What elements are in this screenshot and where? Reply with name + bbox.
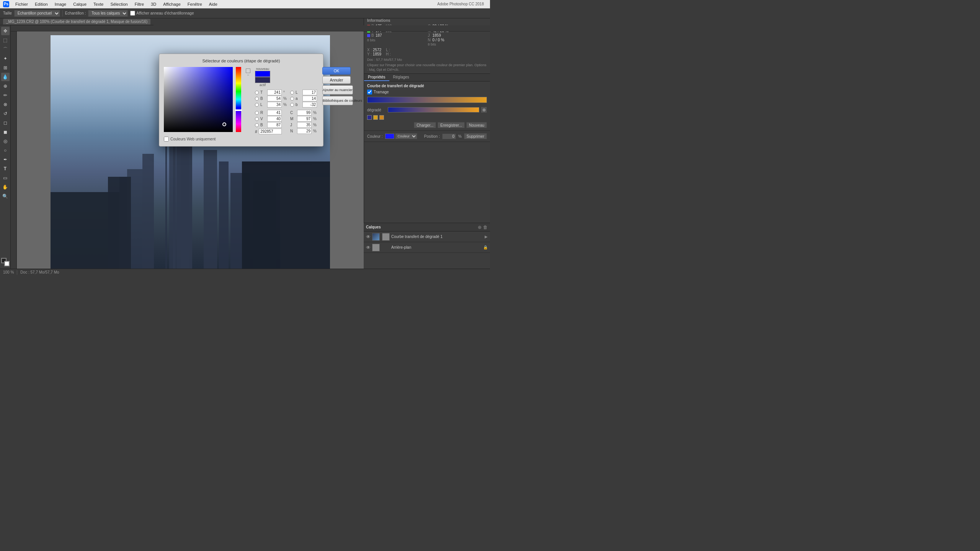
clone-tool[interactable]: ⊗ [1,100,10,109]
b-input[interactable] [267,96,282,101]
enregistrer-btn[interactable]: Enregistrer... [438,122,465,128]
hsb-l-radio[interactable] [255,103,259,107]
r-input[interactable] [267,110,282,116]
color-stop-darkorange[interactable] [379,115,384,120]
layer-eye-gradient[interactable]: 👁 [366,234,371,240]
pen-tool[interactable]: ✒ [1,155,10,164]
info-x: 2572 [373,48,381,52]
t-unit: ° [283,90,288,95]
show-ring-label[interactable]: Afficher anneau d'échantillonnage [130,11,194,16]
tramage-checkbox[interactable] [367,90,372,95]
hue-slider[interactable] [236,67,241,132]
charger-btn[interactable]: Charger... [414,122,436,128]
zoom-tool[interactable]: 🔍 [1,192,10,201]
menu-3d[interactable]: 3D [148,1,159,7]
cp-ok-button[interactable]: OK [322,67,351,75]
show-ring-checkbox[interactable] [130,11,135,16]
layer-arrow-icon[interactable]: ▶ [485,235,488,239]
layer-eye-background[interactable]: 👁 [366,245,371,250]
heal-tool[interactable]: ⊕ [1,82,10,90]
hsb-b-radio[interactable] [255,97,259,101]
v-input[interactable] [267,116,282,122]
a-label: a [296,96,301,101]
document-tab[interactable]: _MG_1239.CR2 @ 100% (Courbe de transfert… [3,19,150,24]
cp-ajouter-button[interactable]: Ajouter au nuancier [322,85,353,95]
actif-swatch-label: actif [255,83,270,87]
brush-tool[interactable]: ✏ [1,91,10,99]
magic-wand-tool[interactable]: ✦ [1,54,10,63]
selection-tool[interactable]: ⬚ [1,36,10,44]
position-input[interactable] [442,134,456,139]
cp-biblio-button[interactable]: Bibliothèques de couleurs [322,96,353,105]
history-brush[interactable]: ↺ [1,109,10,118]
lab-b3-radio[interactable] [290,103,294,107]
color-saturation-area[interactable] [164,67,233,132]
web-only-checkbox[interactable] [164,137,169,142]
color-stop-orange[interactable] [373,115,378,120]
menu-aide[interactable]: Aide [206,1,220,7]
supprimer-btn[interactable]: Supprimer [464,133,487,139]
L-input[interactable] [302,90,317,95]
l-label: L [260,103,266,107]
delete-layer-icon[interactable]: 🗑 [483,225,488,230]
menu-filtre[interactable]: Filtre [132,1,147,7]
tab-reglages[interactable]: Réglages [389,74,413,81]
add-layer-icon[interactable]: ⊕ [478,225,482,230]
rgb-v-radio[interactable] [255,117,259,121]
menu-fichier[interactable]: Fichier [12,1,31,7]
menu-selection[interactable]: Sélection [107,1,131,7]
v-label: V [260,117,266,121]
dodge-tool[interactable]: ○ [1,146,10,155]
l-input[interactable] [267,102,282,108]
b2-input[interactable] [267,122,282,128]
b3-input[interactable] [302,102,317,108]
layer-row-gradient[interactable]: 👁 Courbe transfert de dégradé 1 ▶ [364,231,490,242]
menu-calque[interactable]: Calque [70,1,90,7]
menu-texte[interactable]: Texte [90,1,106,7]
status-doc-info: Doc : 57,7 Mo/57,7 Mo [20,270,59,274]
gradient-name-label: dégradé [367,108,386,112]
n-input[interactable] [297,128,312,134]
lab-L-radio[interactable] [290,91,294,95]
sample-size-select[interactable]: Echantillon ponctuel [14,10,60,17]
text-tool[interactable]: T [1,165,10,173]
hsb-t-radio[interactable] [255,91,259,95]
sample-layers-select[interactable]: Tous les calques [88,10,128,17]
menu-affichage[interactable]: Affichage [160,1,184,7]
c-input[interactable] [297,110,312,116]
gradient-tool[interactable]: ◼ [1,128,10,136]
m-input[interactable] [297,116,312,122]
color-stop-swatch[interactable] [385,134,394,139]
rgb-r-radio[interactable] [255,111,259,115]
nouveau-btn[interactable]: Nouveau [466,122,487,128]
menu-image[interactable]: Image [52,1,70,7]
menu-fenetre[interactable]: Fenêtre [185,1,205,7]
lab-a-radio[interactable] [290,97,294,101]
hex-input[interactable] [259,129,282,134]
eyedropper-tool[interactable]: 💧 [1,73,10,81]
gradient-bar[interactable] [367,97,487,103]
blur-tool[interactable]: ◎ [1,137,10,145]
layer-name-background: Arrière-plan [391,245,411,249]
color-stop-controls: Couleur : Couleur Position : % Supprimer [364,131,490,142]
t-input[interactable] [267,90,282,95]
menu-edition[interactable]: Edition [32,1,51,7]
move-tool[interactable]: ✥ [1,27,10,35]
info-k-value: 0 / 0 % [433,38,444,42]
hand-tool[interactable]: ✋ [1,183,10,191]
crop-tool[interactable]: ⊞ [1,64,10,72]
color-stop-select[interactable]: Couleur [395,133,417,139]
shape-tool[interactable]: ▭ [1,174,10,182]
lasso-tool[interactable]: ⌒ [1,45,10,54]
eraser-tool[interactable]: ◻ [1,119,10,127]
tab-proprietes[interactable]: Propriétés [364,74,389,81]
rgb-b2-radio[interactable] [255,123,259,127]
layer-row-background[interactable]: 👁 Arrière-plan 🔒 [364,242,490,253]
a-input[interactable] [302,96,317,101]
sample-label: Echantillon : [65,11,86,15]
app-icon: Adobe Photoshop CC 2018 Ps [3,1,9,7]
j-input[interactable] [297,122,312,128]
gradient-settings-btn[interactable]: ⚙ [481,107,487,113]
cp-annuler-button[interactable]: Annuler [322,76,351,84]
color-stop-blue[interactable] [367,115,372,120]
